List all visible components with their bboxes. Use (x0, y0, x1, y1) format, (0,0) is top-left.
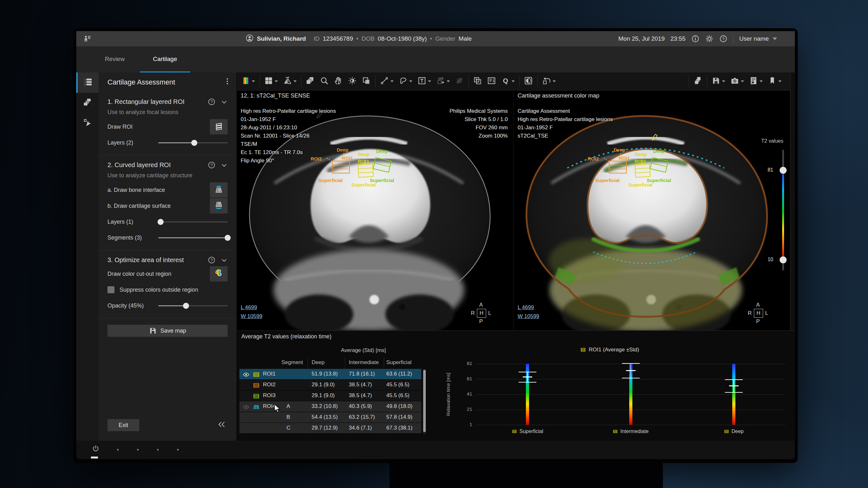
snapshot-button[interactable] (730, 76, 744, 87)
bone-interface-button[interactable] (210, 182, 228, 198)
window-level-button[interactable] (348, 76, 357, 87)
checkbox[interactable] (107, 286, 115, 293)
slider-track[interactable] (158, 222, 228, 222)
viewport-source-image[interactable]: 12, 1: sT2Cal_TSE SENSE (237, 91, 513, 330)
slider-thumb[interactable] (191, 140, 197, 146)
freehand-button[interactable] (399, 76, 412, 87)
dropdown-caret-icon[interactable] (722, 80, 725, 82)
slider-thumb[interactable] (183, 303, 189, 309)
rail-item-numbered-list-icon[interactable]: 123 (76, 72, 99, 93)
viewport-color-map[interactable]: Cartilage assessment color map (514, 91, 790, 330)
table-row-roi2[interactable]: ROI229.1 (9.0)38.5 (4.7)45.5 (6.5) (240, 380, 421, 390)
table-row-roi4[interactable]: ROI4A33.2 (10.8)40.3 (5.9)49.8 (18.0) (240, 401, 421, 412)
eye-icon[interactable] (243, 371, 250, 380)
stack-pages-button[interactable] (306, 76, 315, 87)
user-menu[interactable]: User name (739, 35, 777, 42)
table-row-roi1[interactable]: ROI151.9 (13.8)71.8 (16.1)63.6 (11.2) (240, 369, 421, 380)
bezel-dot[interactable] (157, 449, 159, 451)
bezel-dot[interactable] (117, 449, 119, 451)
kebab-menu-icon[interactable] (223, 77, 231, 87)
info-icon[interactable] (691, 35, 700, 43)
slider[interactable] (158, 139, 228, 146)
section-help-icon[interactable]: ? (208, 256, 216, 264)
tab-cartilage[interactable]: Cartilage (140, 46, 190, 72)
toolbar-group (237, 75, 260, 87)
bezel-dot[interactable] (137, 449, 138, 451)
window-link[interactable]: W 10599 (241, 312, 262, 321)
slider-fill (158, 305, 186, 306)
scrollbar-thumb[interactable] (423, 370, 426, 432)
dropdown-caret-icon[interactable] (409, 80, 412, 82)
eye-off-icon[interactable] (243, 403, 250, 412)
window-link[interactable]: W 10599 (518, 312, 539, 321)
invert-button[interactable] (524, 76, 533, 87)
text-annotation-button[interactable] (417, 76, 431, 87)
dropdown-caret-icon[interactable] (512, 80, 515, 82)
save-map-button[interactable]: Save map (107, 325, 228, 337)
dropdown-caret-icon[interactable] (447, 80, 450, 82)
bookmark-button[interactable] (768, 76, 781, 87)
pixel-values-button[interactable]: 123 (436, 76, 450, 87)
level-link[interactable]: L 4699 (518, 303, 539, 312)
section-help-icon[interactable]: ? (208, 161, 216, 169)
save-button[interactable] (712, 76, 725, 87)
table-scrollbar[interactable] (423, 369, 426, 434)
rail-item-flag-pointer-icon[interactable] (76, 113, 99, 133)
slider[interactable] (158, 218, 228, 225)
section-chevron-down-icon[interactable] (221, 98, 228, 105)
tab-review[interactable]: Review (90, 46, 140, 72)
dropdown-caret-icon[interactable] (760, 80, 763, 82)
section-chevron-down-icon[interactable] (221, 257, 228, 264)
reset-button[interactable] (542, 76, 556, 87)
draw-roi-button[interactable] (210, 119, 228, 134)
section-help-icon[interactable]: ? (208, 98, 216, 106)
compare-button[interactable] (362, 76, 371, 87)
flip-rotate-button[interactable] (283, 76, 297, 87)
table-row-roi3[interactable]: ROI329.1 (9.0)38.5 (4.7)45.5 (6.5) (240, 390, 421, 401)
t2-upper-handle[interactable] (780, 167, 786, 174)
level-link[interactable]: L 4699 (241, 303, 262, 312)
y-tick-label: 81 (437, 361, 472, 366)
dropdown-caret-icon[interactable] (252, 80, 255, 82)
section-chevron-down-icon[interactable] (221, 162, 228, 169)
hide-annotations-button[interactable] (455, 76, 464, 87)
dropdown-caret-icon[interactable] (741, 80, 744, 82)
dropdown-caret-icon[interactable] (391, 80, 394, 82)
exit-button[interactable]: Exit (107, 419, 139, 431)
colormap-button[interactable] (241, 76, 255, 87)
help-icon[interactable]: ? (719, 35, 727, 43)
table-row[interactable]: C29.7 (12.9)34.6 (7.1)67.3 (38.1) (240, 423, 421, 434)
collapse-panel-icon[interactable] (217, 420, 226, 430)
slider[interactable] (158, 234, 228, 241)
t2-lower-handle[interactable] (780, 256, 786, 263)
gear-icon[interactable] (705, 35, 713, 43)
cartilage-surface-button[interactable] (210, 198, 228, 214)
dropdown-caret-icon[interactable] (428, 80, 431, 82)
slider-thumb[interactable] (157, 219, 163, 225)
separator: • (430, 35, 432, 42)
column-header-segment: Segment (281, 359, 303, 366)
pan-hand-button[interactable] (334, 76, 343, 87)
rail-item-stacked-squares-icon[interactable] (76, 93, 99, 113)
report-button[interactable] (749, 76, 763, 87)
slider-thumb[interactable] (225, 235, 231, 241)
dropdown-caret-icon[interactable] (293, 80, 297, 82)
quantification-button[interactable]: Q (501, 76, 515, 87)
frame-info-button[interactable] (487, 76, 496, 87)
color-cutout-button[interactable] (210, 266, 228, 282)
cascade-button[interactable] (693, 76, 702, 87)
dropdown-caret-icon[interactable] (275, 80, 278, 82)
dropdown-caret-icon[interactable] (778, 80, 781, 82)
slider[interactable] (158, 302, 228, 309)
bezel-dot[interactable] (177, 449, 179, 451)
chevron-down-icon (773, 37, 777, 40)
table-row[interactable]: B54.4 (13.5)63.2 (15.7)57.8 (14.9) (240, 412, 421, 423)
line-measure-button[interactable] (380, 76, 394, 87)
t2-slider-track[interactable] (782, 150, 784, 270)
patient-list-icon[interactable] (83, 35, 92, 44)
layout-grid-button[interactable] (264, 76, 278, 87)
power-icon[interactable] (92, 445, 100, 453)
dropdown-caret-icon[interactable] (553, 80, 556, 82)
zoom-button[interactable] (320, 76, 329, 87)
duplicate-view-button[interactable] (473, 76, 482, 87)
